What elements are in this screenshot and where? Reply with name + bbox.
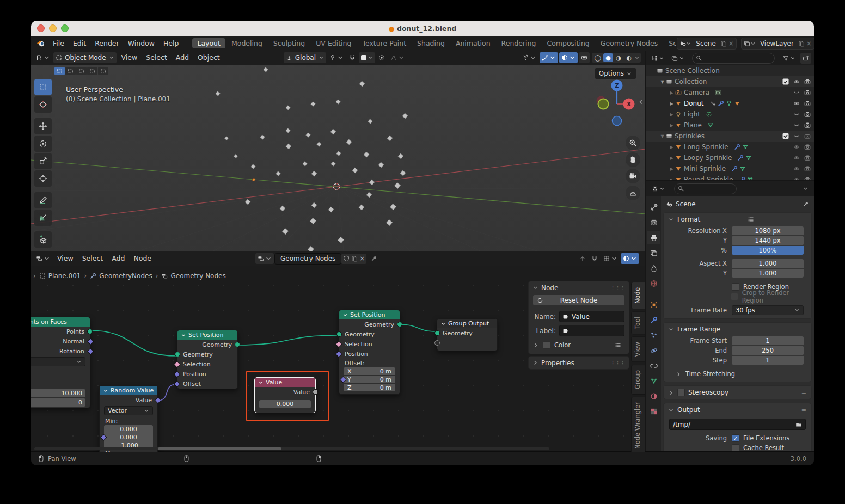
camera-icon[interactable] <box>804 165 811 172</box>
sprinkle[interactable] <box>286 106 290 110</box>
menu-render[interactable]: Render <box>90 36 124 51</box>
expand-toggle[interactable]: ▶ <box>668 112 675 117</box>
frame-end-value[interactable]: 250 <box>732 346 804 355</box>
sprinkle[interactable] <box>264 67 268 72</box>
sprinkle[interactable] <box>378 162 384 168</box>
outliner-row-sprinkles[interactable]: ▼Sprinkles <box>646 131 814 142</box>
blender-logo-icon[interactable] <box>36 39 45 48</box>
outliner-row-plane[interactable]: ▶Plane <box>646 120 814 131</box>
menu-edit[interactable]: Edit <box>69 36 90 51</box>
camera-view-button[interactable] <box>626 169 640 183</box>
sprinkle[interactable] <box>280 206 285 211</box>
camera-icon[interactable] <box>804 78 811 85</box>
object-origin[interactable] <box>252 178 255 181</box>
properties-tab-physics[interactable] <box>647 343 660 357</box>
orientation-selector[interactable]: Global <box>284 52 326 63</box>
stereoscopy-checkbox[interactable] <box>677 389 685 396</box>
annotate-tool[interactable] <box>34 192 52 208</box>
sprinkle[interactable] <box>306 133 310 137</box>
vec-socket[interactable] <box>340 376 346 383</box>
aspect-aspect-x-value[interactable]: 1.000 <box>732 259 804 268</box>
display-mode-selector[interactable] <box>669 53 687 64</box>
editor-type-selector[interactable] <box>649 53 666 64</box>
node-header-distribute-points-on-faces[interactable]: Distribute Points on Faces <box>31 317 90 327</box>
zoom-button[interactable] <box>626 136 640 150</box>
sprinkle[interactable] <box>311 102 315 106</box>
overlays-selector[interactable] <box>621 253 639 264</box>
camera-icon[interactable] <box>804 89 811 96</box>
node-header-random-value[interactable]: Random Value <box>100 386 157 395</box>
options-toggle[interactable] <box>800 183 811 194</box>
viewport-menu-select[interactable]: Select <box>142 51 172 65</box>
properties-tab-particles[interactable] <box>647 328 660 342</box>
outliner-row-collection[interactable]: ▼Collection <box>646 76 814 87</box>
viewport-canvas[interactable] <box>31 51 645 251</box>
outliner-row-donut[interactable]: ▶Donut <box>646 98 814 109</box>
vec-socket[interactable] <box>100 434 107 440</box>
unlink-icon[interactable]: × <box>728 40 734 47</box>
expand-toggle[interactable]: ▶ <box>668 101 675 106</box>
outliner-row-loopy-sprinkle[interactable]: ▶Loopy Sprinkle <box>646 152 814 163</box>
unlink-icon[interactable]: × <box>806 40 812 47</box>
node-distribute-points-on-faces[interactable]: Distribute Points on FacesPointsNormalRo… <box>31 317 90 408</box>
toggle-ortho-button[interactable] <box>626 186 640 200</box>
camera-icon[interactable] <box>804 176 811 180</box>
copy-icon[interactable] <box>720 40 727 47</box>
vector-field[interactable]: 0.000 <box>104 433 153 441</box>
geometry-node-editor[interactable]: ViewSelectAddNodeGeometry Nodes× ›Plane.… <box>31 251 645 452</box>
properties-tab-material[interactable] <box>647 389 660 403</box>
vector-field[interactable]: Z0 m <box>344 384 395 391</box>
list-menu-icon[interactable] <box>615 342 621 348</box>
frame-range-panel-header[interactable]: Frame Range = <box>664 323 811 336</box>
check-icon[interactable] <box>782 133 789 139</box>
workspace-tab-compositing[interactable]: Compositing <box>542 38 594 48</box>
sprinkle[interactable] <box>303 162 307 166</box>
editor-type-selector[interactable] <box>34 52 52 63</box>
workspace-tab-uv-editing[interactable]: UV Editing <box>311 38 356 48</box>
sprinkle[interactable] <box>400 170 406 176</box>
camera-icon[interactable] <box>804 144 811 150</box>
expand-toggle[interactable]: ▶ <box>668 123 675 128</box>
reset-node-button[interactable]: Reset Node <box>533 295 624 305</box>
outliner-row-light[interactable]: ▶Light <box>646 109 814 120</box>
camera-icon[interactable] <box>804 122 811 128</box>
outliner-row-long-sprinkle[interactable]: ▶Long Sprinkle <box>646 142 814 152</box>
select-subtract-button[interactable] <box>76 67 87 75</box>
expand-toggle[interactable]: ▶ <box>668 90 675 95</box>
eyeclosed-icon[interactable] <box>793 133 800 139</box>
crop-to-render-region-checkbox[interactable] <box>731 293 738 300</box>
sprinkle[interactable] <box>276 171 280 176</box>
node-header-set-position-2[interactable]: Set Position <box>339 310 400 319</box>
camera-icon[interactable] <box>804 100 811 107</box>
sprinkle[interactable] <box>336 100 340 104</box>
viewport-menu-view[interactable]: View <box>117 51 142 65</box>
time-stretching-label[interactable]: Time Stretching <box>685 370 735 378</box>
properties-tab-data[interactable] <box>647 374 660 388</box>
properties-tab-modifiers[interactable] <box>647 313 660 327</box>
workspace-tab-layout[interactable]: Layout <box>192 38 225 48</box>
eyeclosed-icon[interactable] <box>793 122 800 128</box>
node-group-output[interactable]: Group OutputGeometry <box>437 318 498 351</box>
sidebar-collapse-arrow[interactable] <box>638 99 644 105</box>
blender-logo-icon[interactable] <box>36 39 45 48</box>
gizmo-negz-ball[interactable] <box>613 116 622 126</box>
geo-socket[interactable] <box>336 331 342 337</box>
format--value[interactable]: 100% <box>732 246 804 255</box>
cursor-select-tool[interactable] <box>34 79 52 95</box>
check-icon[interactable] <box>782 78 789 85</box>
expand-toggle[interactable]: ▶ <box>668 156 675 161</box>
sprinkle[interactable] <box>286 144 291 149</box>
geo-socket[interactable] <box>175 352 180 357</box>
horizontal-scrollbar[interactable] <box>34 447 549 450</box>
pin-icon[interactable] <box>371 255 377 262</box>
file-extensions-checkbox[interactable]: ✓ <box>732 434 739 442</box>
properties-tab-render[interactable] <box>647 216 660 229</box>
breadcrumb-item-geometry-nodes[interactable]: Geometry Nodes <box>161 272 225 280</box>
mode-selector[interactable]: Object Mode <box>53 52 117 63</box>
frame-frame-start-value[interactable]: 1 <box>732 336 804 345</box>
render-region-checkbox[interactable] <box>732 283 739 291</box>
sprinkle[interactable] <box>390 204 396 210</box>
geo-socket[interactable] <box>397 322 402 327</box>
shield-icon[interactable] <box>343 255 350 262</box>
eye-icon[interactable] <box>793 78 800 85</box>
